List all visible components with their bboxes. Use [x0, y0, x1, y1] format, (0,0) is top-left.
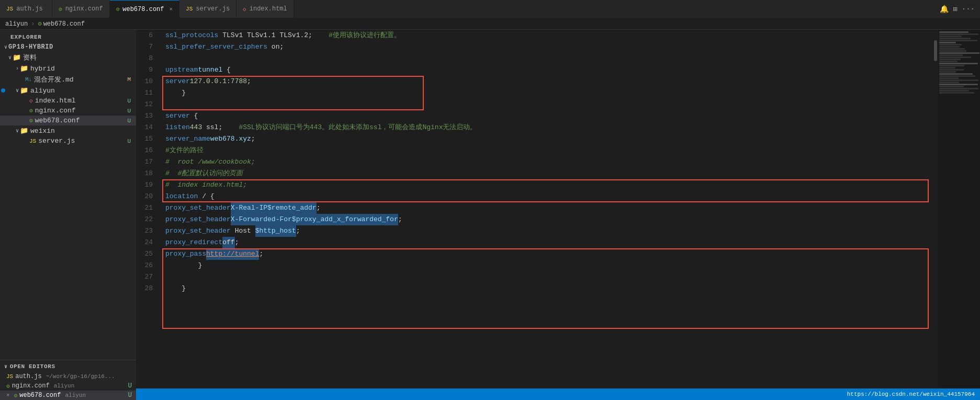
oe-item-nginx-conf[interactable]: ⚙ nginx.conf aliyun U [0, 381, 136, 391]
code-line-13: server { [165, 110, 931, 122]
oe-web678-label: web678.conf [19, 392, 61, 399]
line-number-27: 27 [136, 271, 157, 283]
minimap-line [939, 56, 971, 58]
tab-label-nginx-conf: nginx.conf [65, 5, 103, 13]
oe-item-web678-conf[interactable]: × ⚙ web678.conf aliyun U [0, 391, 136, 400]
js-icon-server: JS [29, 138, 36, 144]
breadcrumb-file: ⚙web678.conf [38, 20, 84, 28]
tab-server-js[interactable]: JS server.js [179, 0, 236, 18]
sidebar-item-index-html[interactable]: ◇ index.html U [0, 96, 136, 106]
sidebar-spacer [0, 146, 136, 360]
oe-nginx-path: aliyun [54, 383, 75, 389]
hybrid-arrow: › [16, 66, 19, 72]
index-html-label: index.html [35, 97, 76, 105]
tab-web678-conf[interactable]: ⚙ web678.conf × [110, 0, 179, 18]
oe-item-auth-js[interactable]: JS auth.js ~/work/gp-16/gp16... [0, 372, 136, 381]
sidebar-item-hybrid[interactable]: › 📁 hybrid [0, 63, 136, 74]
md-badge: M [127, 76, 136, 83]
tab-index-html[interactable]: ◇ index.html [236, 0, 294, 18]
code-line-28: } [165, 283, 931, 294]
sidebar-item-aliyun[interactable]: ∨ 📁 aliyun [0, 85, 136, 96]
folder-icon-aliyun: 📁 [20, 86, 28, 95]
tab-icon-nginx-conf: ⚙ [59, 6, 62, 13]
code-view[interactable]: 6789101112131415161718192021222324252627… [136, 30, 980, 388]
tab-nginx-conf[interactable]: ⚙ nginx.conf [52, 0, 110, 18]
minimap-line [939, 50, 966, 52]
line-number-17: 17 [136, 156, 157, 168]
code-line-12 [165, 99, 931, 110]
code-line-14: listen 443 ssl; #SSL协议访问端口号为443。此处如未添加ss… [165, 122, 931, 133]
minimap-line [939, 52, 979, 54]
minimap-line [939, 67, 955, 68]
minimap-line [939, 69, 964, 71]
tab-close-web678-conf[interactable]: × [169, 6, 173, 13]
minimap-line [939, 86, 964, 87]
line-number-7: 7 [136, 41, 157, 53]
minimap-content [938, 30, 980, 95]
line-number-18: 18 [136, 168, 157, 179]
scrollbar-thumb[interactable] [934, 40, 937, 61]
code-line-21: proxy_set_header X-Real-IP $remote_addr; [165, 202, 931, 214]
scrollbar-track[interactable] [931, 30, 938, 388]
code-line-10: server 127.0.0.1:7788; [165, 76, 931, 87]
minimap-line [939, 38, 971, 39]
tab-label-web678-conf: web678.conf [122, 6, 164, 13]
code-line-8 [165, 53, 931, 64]
minimap-line [939, 65, 964, 66]
tab-label-index-html: index.html [250, 5, 287, 13]
line-number-23: 23 [136, 225, 157, 237]
code-line-11: } [165, 87, 931, 99]
more-icon[interactable]: ··· [962, 5, 975, 13]
sidebar-item-web678-conf[interactable]: ⚙ web678.conf U [0, 116, 136, 125]
bell-icon[interactable]: 🔔 [940, 5, 949, 14]
oe-auth-label: auth.js [15, 373, 41, 380]
sidebar-item-md[interactable]: M↓ 混合开发.md M [0, 74, 136, 85]
code-line-20: location / { [165, 191, 931, 202]
minimap-line [939, 61, 958, 62]
line-number-15: 15 [136, 133, 157, 145]
tab-label-auth-js: auth.js [16, 5, 42, 13]
sidebar-root[interactable]: ∨ GP18-HYBRID [0, 42, 136, 52]
code-line-24: proxy_redirect off; [165, 237, 931, 248]
minimap-line [939, 36, 962, 37]
minimap-line [939, 84, 978, 85]
ziliao-label: 资料 [23, 53, 37, 62]
tab-auth-js[interactable]: JS auth.js [0, 0, 52, 18]
root-arrow: ∨ [4, 44, 7, 50]
line-number-21: 21 [136, 202, 157, 214]
html-icon: ◇ [29, 97, 33, 104]
layout-icon[interactable]: ⊞ [953, 5, 957, 14]
line-number-28: 28 [136, 283, 157, 294]
weixin-label: weixin [30, 127, 55, 135]
server-js-label: server.js [38, 137, 75, 145]
minimap-line [939, 75, 975, 77]
code-line-25: proxy_pass http://tunnel; [165, 248, 931, 260]
open-editors-header[interactable]: ∨ OPEN EDITORS [0, 360, 136, 372]
md-label: 混合开发.md [34, 75, 73, 84]
line-number-26: 26 [136, 260, 157, 271]
sidebar-item-weixin[interactable]: ∨ 📁 weixin [0, 125, 136, 136]
minimap-line [939, 42, 956, 43]
line-number-25: 25 [136, 248, 157, 260]
breadcrumb: aliyun › ⚙web678.conf [0, 18, 980, 30]
minimap[interactable] [938, 30, 980, 388]
minimap-line [939, 63, 978, 64]
oe-close-web678[interactable]: × [6, 392, 10, 398]
sidebar-title: EXPLORER [0, 30, 136, 42]
sidebar-item-server-js[interactable]: JS server.js U [0, 136, 136, 146]
code-line-6: ssl_protocols TLSv1 TLSv1.1 TLSv1.2; #使用… [165, 30, 931, 41]
editor-area: 6789101112131415161718192021222324252627… [136, 30, 980, 400]
sidebar-item-nginx-conf[interactable]: ⚙ nginx.conf U [0, 106, 136, 116]
code-content[interactable]: ssl_protocols TLSv1 TLSv1.1 TLSv1.2; #使用… [161, 30, 931, 388]
status-link[interactable]: https://blog.csdn.net/weixin_44157964 [847, 391, 975, 397]
breadcrumb-root[interactable]: aliyun [5, 20, 28, 28]
oe-conf-icon-nginx: ⚙ [6, 383, 10, 390]
minimap-line [939, 90, 969, 92]
sidebar-item-ziliao[interactable]: ∨ 📁 资料 [0, 52, 136, 63]
code-line-16: #文件的路径 [165, 145, 931, 156]
minimap-line [939, 79, 978, 81]
folder-icon-weixin: 📁 [20, 127, 28, 135]
code-line-19: # index index.html; [165, 179, 931, 191]
aliyun-label: aliyun [30, 87, 55, 95]
index-html-badge: U [127, 98, 136, 104]
